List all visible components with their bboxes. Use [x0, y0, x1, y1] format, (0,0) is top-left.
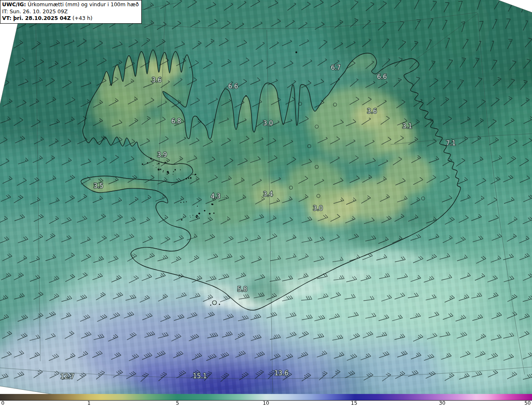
precip-value-label: 3.1 [402, 122, 412, 130]
precip-value-label: 13.6 [274, 369, 288, 377]
precip-value-label: 6.6 [228, 83, 238, 90]
colorbar-tick-label: 15 [351, 400, 357, 406]
precip-value-label: 3.6 [367, 108, 377, 115]
colorbar-tick-label: 0 [1, 400, 5, 406]
precipitation-wind-map: 3.66.66.76.63.63.03.17.16.83.93.54.33.43… [0, 0, 532, 394]
precip-value-label: 12.7 [60, 373, 74, 380]
colorbar-tick-label: 10 [263, 400, 269, 406]
precip-value-label: 6.7 [331, 64, 341, 71]
precip-value-label: 3.6 [152, 76, 162, 84]
precip-value-label: 3.5 [94, 182, 103, 190]
precip-value-label: 4.3 [211, 193, 221, 200]
precip-value-label: 6.8 [171, 117, 181, 125]
precip-value-label: 6.6 [377, 73, 387, 81]
map-title-box: UWC/IG: Úrkomumætti (mm) og vindur i 100… [0, 0, 142, 24]
precip-value-label: 3.0 [263, 120, 273, 127]
precip-value-label: 3.0 [313, 205, 323, 212]
colorbar-tick-label: 1 [87, 400, 91, 406]
colorbar-tick-label: 5 [176, 400, 179, 406]
precip-value-label: 5.8 [237, 286, 247, 293]
precip-value-label: 15.1 [193, 372, 207, 380]
colorbar-tick-label: 30 [439, 400, 445, 406]
colorbar-tick-label: 50 [525, 400, 531, 406]
precip-value-label: 7.1 [446, 139, 456, 147]
colorbar-labels: 01510153050 [0, 401, 532, 406]
precip-colorbar [0, 394, 532, 401]
weather-map-page: 3.66.66.76.63.63.03.17.16.83.93.54.33.43… [0, 0, 532, 406]
map-canvas: 3.66.66.76.63.63.03.17.16.83.93.54.33.43… [0, 0, 532, 394]
init-time: IT: Sun. 26. 10. 2025 09Z [2, 8, 139, 15]
precip-value-label: 3.4 [263, 191, 273, 198]
precip-value-label: 3.9 [157, 151, 167, 159]
map-title: UWC/IG: Úrkomumætti (mm) og vindur i 100… [2, 1, 139, 8]
valid-time: VT: þri. 28.10.2025 04Z (+43 h) [2, 15, 139, 22]
